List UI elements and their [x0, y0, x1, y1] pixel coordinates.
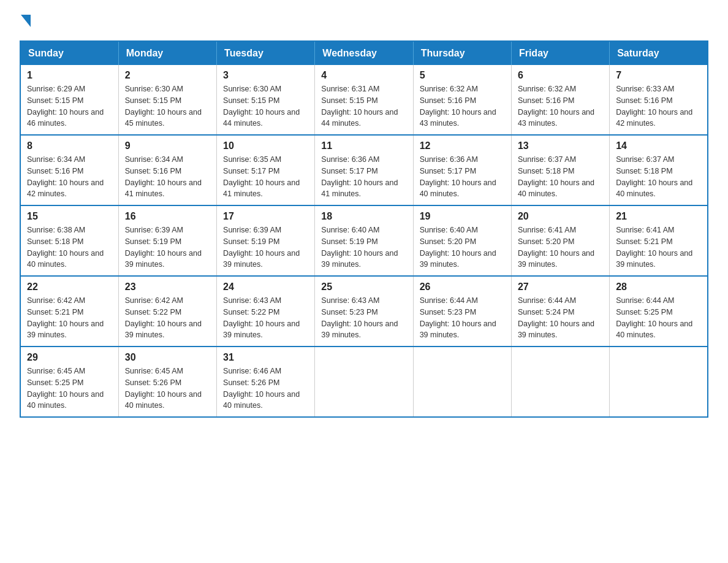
- logo-triangle-icon: [21, 15, 31, 27]
- day-number: 29: [27, 352, 112, 363]
- calendar-week-row: 1 Sunrise: 6:29 AMSunset: 5:15 PMDayligh…: [20, 65, 708, 135]
- day-info: Sunrise: 6:29 AMSunset: 5:15 PMDaylight:…: [27, 85, 104, 128]
- day-of-week-header: Friday: [511, 41, 609, 65]
- day-info: Sunrise: 6:35 AMSunset: 5:17 PMDaylight:…: [223, 155, 300, 198]
- day-number: 9: [125, 140, 210, 151]
- day-info: Sunrise: 6:36 AMSunset: 5:17 PMDaylight:…: [321, 155, 398, 198]
- day-number: 31: [223, 352, 308, 363]
- calendar-cell: 17 Sunrise: 6:39 AMSunset: 5:19 PMDaylig…: [217, 205, 315, 276]
- day-of-week-header: Wednesday: [315, 41, 413, 65]
- day-number: 11: [321, 140, 406, 151]
- calendar-week-row: 15 Sunrise: 6:38 AMSunset: 5:18 PMDaylig…: [20, 205, 708, 276]
- calendar-cell: 19 Sunrise: 6:40 AMSunset: 5:20 PMDaylig…: [413, 205, 511, 276]
- calendar-header-row: SundayMondayTuesdayWednesdayThursdayFrid…: [20, 41, 708, 65]
- calendar-cell: 22 Sunrise: 6:42 AMSunset: 5:21 PMDaylig…: [20, 276, 118, 347]
- calendar-week-row: 29 Sunrise: 6:45 AMSunset: 5:25 PMDaylig…: [20, 347, 708, 417]
- calendar-cell: 1 Sunrise: 6:29 AMSunset: 5:15 PMDayligh…: [20, 65, 118, 135]
- day-number: 20: [518, 211, 603, 222]
- day-info: Sunrise: 6:32 AMSunset: 5:16 PMDaylight:…: [518, 85, 594, 128]
- day-number: 2: [125, 70, 210, 81]
- day-info: Sunrise: 6:44 AMSunset: 5:23 PMDaylight:…: [420, 296, 496, 339]
- calendar-cell: 15 Sunrise: 6:38 AMSunset: 5:18 PMDaylig…: [20, 205, 118, 276]
- day-of-week-header: Saturday: [610, 41, 708, 65]
- day-number: 14: [616, 140, 701, 151]
- calendar-cell: [315, 347, 413, 417]
- page-header: [20, 15, 708, 29]
- calendar-week-row: 22 Sunrise: 6:42 AMSunset: 5:21 PMDaylig…: [20, 276, 708, 347]
- day-number: 16: [125, 211, 210, 222]
- day-number: 5: [420, 70, 505, 81]
- day-info: Sunrise: 6:42 AMSunset: 5:21 PMDaylight:…: [27, 296, 104, 339]
- day-info: Sunrise: 6:31 AMSunset: 5:15 PMDaylight:…: [321, 85, 398, 128]
- calendar-cell: 14 Sunrise: 6:37 AMSunset: 5:18 PMDaylig…: [610, 135, 708, 205]
- calendar-table: SundayMondayTuesdayWednesdayThursdayFrid…: [20, 40, 708, 418]
- day-info: Sunrise: 6:44 AMSunset: 5:24 PMDaylight:…: [518, 296, 594, 339]
- day-info: Sunrise: 6:34 AMSunset: 5:16 PMDaylight:…: [27, 155, 104, 198]
- day-number: 4: [321, 70, 406, 81]
- day-info: Sunrise: 6:45 AMSunset: 5:26 PMDaylight:…: [125, 367, 202, 410]
- day-of-week-header: Sunday: [20, 41, 118, 65]
- calendar-week-row: 8 Sunrise: 6:34 AMSunset: 5:16 PMDayligh…: [20, 135, 708, 205]
- calendar-cell: [610, 347, 708, 417]
- day-number: 25: [321, 282, 406, 293]
- calendar-cell: 12 Sunrise: 6:36 AMSunset: 5:17 PMDaylig…: [413, 135, 511, 205]
- calendar-cell: 23 Sunrise: 6:42 AMSunset: 5:22 PMDaylig…: [118, 276, 216, 347]
- day-info: Sunrise: 6:30 AMSunset: 5:15 PMDaylight:…: [223, 85, 300, 128]
- calendar-cell: [511, 347, 609, 417]
- calendar-cell: 27 Sunrise: 6:44 AMSunset: 5:24 PMDaylig…: [511, 276, 609, 347]
- calendar-cell: 28 Sunrise: 6:44 AMSunset: 5:25 PMDaylig…: [610, 276, 708, 347]
- day-number: 3: [223, 70, 308, 81]
- day-number: 22: [27, 282, 112, 293]
- calendar-cell: 21 Sunrise: 6:41 AMSunset: 5:21 PMDaylig…: [610, 205, 708, 276]
- calendar-cell: 3 Sunrise: 6:30 AMSunset: 5:15 PMDayligh…: [217, 65, 315, 135]
- day-number: 23: [125, 282, 210, 293]
- calendar-cell: 6 Sunrise: 6:32 AMSunset: 5:16 PMDayligh…: [511, 65, 609, 135]
- logo: [20, 15, 31, 29]
- day-number: 17: [223, 211, 308, 222]
- calendar-cell: 29 Sunrise: 6:45 AMSunset: 5:25 PMDaylig…: [20, 347, 118, 417]
- calendar-cell: 26 Sunrise: 6:44 AMSunset: 5:23 PMDaylig…: [413, 276, 511, 347]
- day-number: 21: [616, 211, 701, 222]
- day-info: Sunrise: 6:40 AMSunset: 5:19 PMDaylight:…: [321, 226, 398, 269]
- calendar-cell: 13 Sunrise: 6:37 AMSunset: 5:18 PMDaylig…: [511, 135, 609, 205]
- day-number: 1: [27, 70, 112, 81]
- calendar-cell: 31 Sunrise: 6:46 AMSunset: 5:26 PMDaylig…: [217, 347, 315, 417]
- day-info: Sunrise: 6:46 AMSunset: 5:26 PMDaylight:…: [223, 367, 300, 410]
- day-of-week-header: Thursday: [413, 41, 511, 65]
- day-number: 30: [125, 352, 210, 363]
- day-info: Sunrise: 6:37 AMSunset: 5:18 PMDaylight:…: [616, 155, 692, 198]
- day-info: Sunrise: 6:36 AMSunset: 5:17 PMDaylight:…: [420, 155, 496, 198]
- calendar-cell: 16 Sunrise: 6:39 AMSunset: 5:19 PMDaylig…: [118, 205, 216, 276]
- day-info: Sunrise: 6:30 AMSunset: 5:15 PMDaylight:…: [125, 85, 202, 128]
- calendar-cell: 30 Sunrise: 6:45 AMSunset: 5:26 PMDaylig…: [118, 347, 216, 417]
- day-of-week-header: Monday: [118, 41, 216, 65]
- day-number: 7: [616, 70, 701, 81]
- day-of-week-header: Tuesday: [217, 41, 315, 65]
- calendar-cell: 8 Sunrise: 6:34 AMSunset: 5:16 PMDayligh…: [20, 135, 118, 205]
- calendar-cell: 5 Sunrise: 6:32 AMSunset: 5:16 PMDayligh…: [413, 65, 511, 135]
- day-number: 12: [420, 140, 505, 151]
- day-info: Sunrise: 6:45 AMSunset: 5:25 PMDaylight:…: [27, 367, 104, 410]
- day-number: 10: [223, 140, 308, 151]
- calendar-cell: 25 Sunrise: 6:43 AMSunset: 5:23 PMDaylig…: [315, 276, 413, 347]
- day-info: Sunrise: 6:40 AMSunset: 5:20 PMDaylight:…: [420, 226, 496, 269]
- day-info: Sunrise: 6:43 AMSunset: 5:23 PMDaylight:…: [321, 296, 398, 339]
- day-info: Sunrise: 6:43 AMSunset: 5:22 PMDaylight:…: [223, 296, 300, 339]
- calendar-cell: 18 Sunrise: 6:40 AMSunset: 5:19 PMDaylig…: [315, 205, 413, 276]
- day-number: 13: [518, 140, 603, 151]
- day-info: Sunrise: 6:44 AMSunset: 5:25 PMDaylight:…: [616, 296, 692, 339]
- calendar-cell: 11 Sunrise: 6:36 AMSunset: 5:17 PMDaylig…: [315, 135, 413, 205]
- day-info: Sunrise: 6:42 AMSunset: 5:22 PMDaylight:…: [125, 296, 202, 339]
- day-info: Sunrise: 6:39 AMSunset: 5:19 PMDaylight:…: [125, 226, 202, 269]
- calendar-cell: 9 Sunrise: 6:34 AMSunset: 5:16 PMDayligh…: [118, 135, 216, 205]
- day-number: 6: [518, 70, 603, 81]
- day-info: Sunrise: 6:34 AMSunset: 5:16 PMDaylight:…: [125, 155, 202, 198]
- day-number: 27: [518, 282, 603, 293]
- calendar-cell: 20 Sunrise: 6:41 AMSunset: 5:20 PMDaylig…: [511, 205, 609, 276]
- calendar-cell: 4 Sunrise: 6:31 AMSunset: 5:15 PMDayligh…: [315, 65, 413, 135]
- day-number: 28: [616, 282, 701, 293]
- day-info: Sunrise: 6:37 AMSunset: 5:18 PMDaylight:…: [518, 155, 594, 198]
- day-number: 8: [27, 140, 112, 151]
- day-info: Sunrise: 6:41 AMSunset: 5:20 PMDaylight:…: [518, 226, 594, 269]
- calendar-cell: 24 Sunrise: 6:43 AMSunset: 5:22 PMDaylig…: [217, 276, 315, 347]
